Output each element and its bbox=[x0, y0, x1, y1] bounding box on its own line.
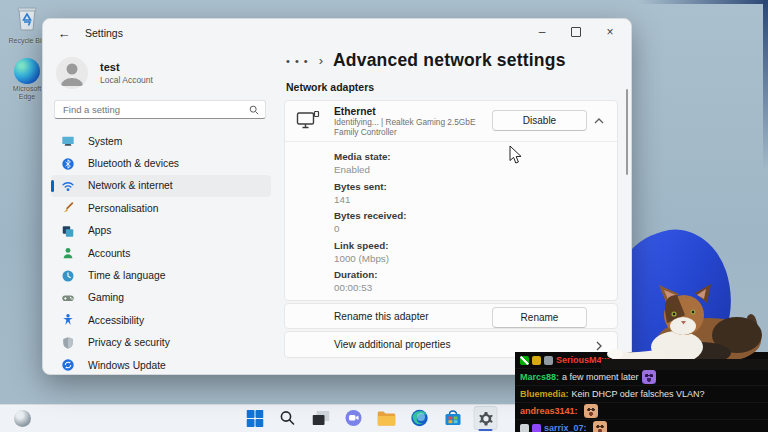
teams-chat-button[interactable] bbox=[342, 406, 366, 430]
sidebar-item-gaming[interactable]: Gaming bbox=[51, 287, 271, 309]
rename-adapter-row: Rename this adapter Rename bbox=[284, 303, 618, 329]
badge-icon bbox=[520, 424, 529, 432]
store-bag-icon bbox=[444, 410, 461, 426]
sidebar-item-network-internet[interactable]: Network & internet bbox=[51, 175, 271, 197]
chat-username: SeriousM4x: bbox=[556, 355, 610, 365]
chat-username: sarrix_07: bbox=[544, 423, 587, 432]
settings-window: ← Settings – × test Local Account System bbox=[42, 18, 632, 375]
wallpaper-top-shadow bbox=[638, 0, 768, 4]
personalisation-icon bbox=[61, 201, 75, 215]
settings-button[interactable] bbox=[474, 406, 498, 430]
gear-icon bbox=[477, 410, 494, 427]
adapter-name: Ethernet bbox=[334, 106, 376, 117]
person-icon bbox=[56, 57, 88, 89]
search-input[interactable] bbox=[61, 103, 249, 116]
close-button[interactable]: × bbox=[593, 19, 627, 45]
accounts-icon bbox=[61, 246, 75, 260]
titlebar[interactable]: ← Settings – × bbox=[43, 19, 631, 47]
sidebar-item-windows-update[interactable]: Windows Update bbox=[51, 354, 271, 376]
sidebar-item-accessibility[interactable]: Accessibility bbox=[51, 309, 271, 331]
detail-value: 00:00:53 bbox=[334, 282, 617, 293]
user-name: test bbox=[100, 61, 120, 73]
task-view-icon bbox=[312, 411, 329, 426]
sidebar-item-personalisation[interactable]: Personalisation bbox=[51, 197, 271, 219]
adapter-card: Ethernet Identifying... | Realtek Gaming… bbox=[284, 100, 618, 301]
chat-message: SeriousM4x: bbox=[515, 352, 768, 368]
section-heading: Network adapters bbox=[286, 81, 374, 93]
scrollbar-thumb[interactable] bbox=[626, 89, 628, 175]
file-explorer-button[interactable] bbox=[375, 406, 399, 430]
store-button[interactable] bbox=[441, 406, 465, 430]
sidebar-item-bluetooth-devices[interactable]: Bluetooth & devices bbox=[51, 152, 271, 174]
adapter-description: Identifying... | Realtek Gaming 2.5GbE F… bbox=[334, 118, 494, 137]
apps-icon bbox=[61, 224, 75, 238]
edge-icon bbox=[14, 58, 40, 84]
detail-value: Enabled bbox=[334, 164, 617, 175]
chevron-right-icon: › bbox=[319, 53, 323, 68]
detail-label: Bytes received: bbox=[334, 210, 617, 221]
ethernet-adapter-icon bbox=[296, 110, 320, 134]
chat-message: Bluemedia: Kein DHCP oder falsches VLAN? bbox=[515, 385, 768, 402]
detail-label: Media state: bbox=[334, 151, 617, 162]
rename-button[interactable]: Rename bbox=[492, 307, 587, 328]
windows-logo-icon bbox=[246, 410, 263, 427]
sidebar-item-time-language[interactable]: Time & language bbox=[51, 264, 271, 286]
network-icon bbox=[61, 179, 75, 193]
face-emote bbox=[616, 353, 630, 367]
search-box[interactable] bbox=[54, 100, 266, 119]
taskbar-search-button[interactable] bbox=[276, 406, 300, 430]
accessibility-icon bbox=[61, 313, 75, 327]
chat-username: andreas3141: bbox=[520, 406, 578, 416]
sidebar-item-system[interactable]: System bbox=[51, 130, 271, 152]
detail-label: Duration: bbox=[334, 269, 617, 280]
purple-face-emote bbox=[642, 370, 656, 384]
minimize-button[interactable]: – bbox=[525, 19, 559, 45]
chat-message: andreas3141: bbox=[515, 402, 768, 419]
chat-message: sarrix_07: bbox=[515, 419, 768, 432]
system-icon bbox=[61, 134, 75, 148]
recycle-bin-icon bbox=[14, 4, 40, 32]
chevron-up-icon[interactable] bbox=[591, 113, 607, 129]
widgets-icon[interactable] bbox=[14, 410, 31, 427]
prime-badge-icon bbox=[532, 424, 541, 432]
chat-message: Marcs88: a few moment later bbox=[515, 368, 768, 385]
bluetooth-icon bbox=[61, 157, 75, 171]
start-button[interactable] bbox=[243, 406, 267, 430]
maximize-button[interactable] bbox=[559, 19, 593, 45]
breadcrumb-overflow-button[interactable]: • • • bbox=[286, 55, 309, 67]
disable-button[interactable]: Disable bbox=[492, 110, 587, 131]
page-title: Advanced network settings bbox=[333, 50, 566, 71]
adapter-details: Media state:Enabled Bytes sent:141 Bytes… bbox=[285, 142, 617, 293]
sidebar-nav: System Bluetooth & devices Network & int… bbox=[51, 130, 271, 376]
windows-update-icon bbox=[61, 358, 75, 372]
chat-text: a few moment later bbox=[562, 372, 639, 382]
chat-bubble-icon bbox=[345, 409, 363, 427]
user-avatar[interactable] bbox=[56, 57, 88, 89]
adapter-header[interactable]: Ethernet Identifying... | Realtek Gaming… bbox=[285, 101, 617, 142]
chat-username: Marcs88: bbox=[520, 372, 559, 382]
detail-value: 1000 (Mbps) bbox=[334, 253, 617, 264]
rename-label: Rename this adapter bbox=[334, 311, 429, 322]
maximize-icon bbox=[571, 27, 581, 37]
detail-label: Link speed: bbox=[334, 240, 617, 251]
stream-chat-overlay: SeriousM4x: Marcs88: a few moment later … bbox=[515, 352, 768, 432]
edge-button[interactable] bbox=[408, 406, 432, 430]
gaming-icon bbox=[61, 291, 75, 305]
sidebar-item-accounts[interactable]: Accounts bbox=[51, 242, 271, 264]
task-view-button[interactable] bbox=[309, 406, 333, 430]
more-properties-label: View additional properties bbox=[334, 339, 450, 350]
user-account-type: Local Account bbox=[100, 75, 153, 85]
back-button[interactable]: ← bbox=[51, 21, 77, 45]
chat-text: Kein DHCP oder falsches VLAN? bbox=[572, 389, 705, 399]
detail-value: 0 bbox=[334, 223, 617, 234]
breadcrumb: • • • › Advanced network settings bbox=[286, 50, 566, 71]
search-icon bbox=[280, 410, 296, 426]
sidebar-item-apps[interactable]: Apps bbox=[51, 220, 271, 242]
face-emote bbox=[593, 421, 607, 432]
chat-username: Bluemedia: bbox=[520, 389, 569, 399]
face-emote bbox=[584, 404, 598, 418]
selected-accent-bar bbox=[51, 180, 54, 192]
window-title: Settings bbox=[85, 27, 123, 39]
detail-label: Bytes sent: bbox=[334, 181, 617, 192]
sidebar-item-privacy-security[interactable]: Privacy & security bbox=[51, 332, 271, 354]
